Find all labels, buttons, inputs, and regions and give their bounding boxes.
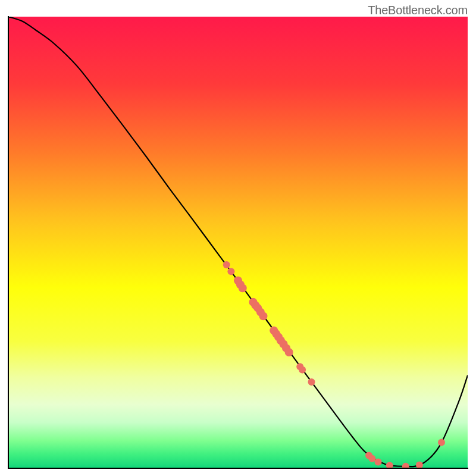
plot-area (8, 17, 468, 468)
data-point (223, 261, 230, 268)
data-point (438, 439, 445, 446)
y-axis (8, 16, 9, 469)
data-point (285, 348, 293, 356)
data-point (299, 367, 306, 374)
x-axis (8, 468, 468, 469)
data-point (239, 284, 247, 292)
data-point (416, 461, 423, 468)
chart-container: TheBottleneck.com (0, 0, 476, 476)
curve-layer (8, 17, 468, 468)
data-point (259, 312, 267, 320)
data-point (386, 462, 393, 468)
data-point (227, 268, 234, 275)
data-point (374, 459, 381, 466)
data-point (308, 378, 315, 386)
watermark-text: TheBottleneck.com (368, 4, 468, 17)
bottleneck-curve (8, 17, 468, 466)
data-point (402, 463, 409, 468)
scatter-points (223, 261, 445, 468)
data-point (368, 455, 375, 462)
